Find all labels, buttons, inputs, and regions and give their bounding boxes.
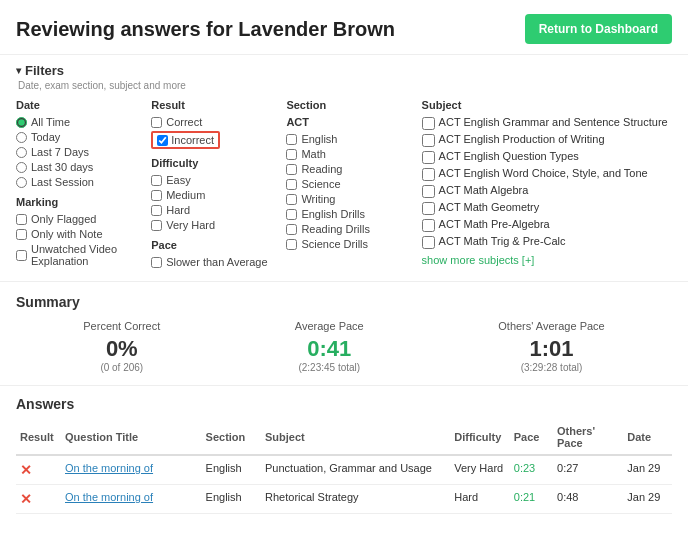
difficulty-cell: Hard: [450, 485, 510, 514]
col-date-header: Date: [623, 420, 672, 455]
filters-section: ▾ Filters Date, exam section, subject an…: [0, 55, 688, 282]
result-filter-col: Result Correct Incorrect Difficulty Easy…: [151, 99, 286, 271]
summary-stats: Percent Correct 0% (0 of 206) Average Pa…: [16, 320, 672, 373]
percent-correct-sub: (0 of 206): [83, 362, 160, 373]
question-title-cell: On the morning of: [61, 485, 202, 514]
result-cell: ✕: [16, 485, 61, 514]
result-filter-label: Result: [151, 99, 276, 111]
subject-math-algebra[interactable]: ACT Math Algebra: [422, 184, 672, 198]
pace-filter-label: Pace: [151, 239, 276, 251]
question-title-link[interactable]: On the morning of: [65, 462, 153, 474]
percent-correct-stat: Percent Correct 0% (0 of 206): [83, 320, 160, 373]
difficulty-filter-label: Difficulty: [151, 157, 276, 169]
average-pace-label: Average Pace: [295, 320, 364, 332]
difficulty-hard[interactable]: Hard: [151, 204, 276, 216]
average-pace-sub: (2:23:45 total): [295, 362, 364, 373]
section-english[interactable]: English: [286, 133, 411, 145]
col-section-header: Section: [202, 420, 261, 455]
answers-section: Answers Result Question Title Section Su…: [0, 386, 688, 524]
subject-filter-label: Subject: [422, 99, 672, 111]
col-pace-header: Pace: [510, 420, 553, 455]
others-pace-sub: (3:29:28 total): [498, 362, 604, 373]
section-reading[interactable]: Reading: [286, 163, 411, 175]
question-title-link[interactable]: On the morning of: [65, 491, 153, 503]
answers-table: Result Question Title Section Subject Di…: [16, 420, 672, 514]
subject-grammar[interactable]: ACT English Grammar and Sentence Structu…: [422, 116, 672, 130]
incorrect-highlighted-box: Incorrect: [151, 131, 220, 149]
col-result-header: Result: [16, 420, 61, 455]
subject-filter-col: Subject ACT English Grammar and Sentence…: [422, 99, 672, 271]
marking-only-flagged[interactable]: Only Flagged: [16, 213, 141, 225]
subject-cell: Rhetorical Strategy: [261, 485, 450, 514]
subject-question-types[interactable]: ACT English Question Types: [422, 150, 672, 164]
average-pace-stat: Average Pace 0:41 (2:23:45 total): [295, 320, 364, 373]
difficulty-veryhard[interactable]: Very Hard: [151, 219, 276, 231]
difficulty-cell: Very Hard: [450, 455, 510, 485]
incorrect-icon: ✕: [20, 491, 32, 507]
subject-math-trig[interactable]: ACT Math Trig & Pre-Calc: [422, 235, 672, 249]
subject-math-geometry[interactable]: ACT Math Geometry: [422, 201, 672, 215]
date-cell: Jan 29: [623, 485, 672, 514]
date-option-lastsession[interactable]: Last Session: [16, 176, 141, 188]
marking-unwatched[interactable]: Unwatched Video Explanation: [16, 243, 141, 267]
summary-section: Summary Percent Correct 0% (0 of 206) Av…: [0, 282, 688, 386]
filters-label: Filters: [25, 63, 64, 78]
pace-slower[interactable]: Slower than Average: [151, 256, 276, 268]
section-filter-label: Section: [286, 99, 411, 111]
average-pace-value: 0:41: [295, 336, 364, 362]
col-question-header: Question Title: [61, 420, 202, 455]
subject-math-prealgebra[interactable]: ACT Math Pre-Algebra: [422, 218, 672, 232]
date-filter-col: Date All Time Today Last 7 Days Last 30 …: [16, 99, 151, 271]
others-pace-value: 1:01: [498, 336, 604, 362]
section-writing[interactable]: Writing: [286, 193, 411, 205]
subject-production[interactable]: ACT English Production of Writing: [422, 133, 672, 147]
table-header-row: Result Question Title Section Subject Di…: [16, 420, 672, 455]
return-to-dashboard-button[interactable]: Return to Dashboard: [525, 14, 672, 44]
difficulty-easy[interactable]: Easy: [151, 174, 276, 186]
table-row: ✕ On the morning of English Rhetorical S…: [16, 485, 672, 514]
section-cell: English: [202, 485, 261, 514]
page-header: Reviewing answers for Lavender Brown Ret…: [0, 0, 688, 55]
section-cell: English: [202, 455, 261, 485]
filters-grid: Date All Time Today Last 7 Days Last 30 …: [16, 99, 672, 271]
others-pace-label: Others' Average Pace: [498, 320, 604, 332]
subject-cell: Punctuation, Grammar and Usage: [261, 455, 450, 485]
section-sublabel: ACT: [286, 116, 411, 128]
section-math[interactable]: Math: [286, 148, 411, 160]
percent-correct-label: Percent Correct: [83, 320, 160, 332]
filters-toggle[interactable]: ▾ Filters: [16, 63, 672, 78]
date-option-alltime[interactable]: All Time: [16, 116, 141, 128]
marking-filter-label: Marking: [16, 196, 141, 208]
summary-title: Summary: [16, 294, 672, 310]
date-filter-label: Date: [16, 99, 141, 111]
others-pace-cell: 0:48: [553, 485, 623, 514]
date-option-last7[interactable]: Last 7 Days: [16, 146, 141, 158]
table-row: ✕ On the morning of English Punctuation,…: [16, 455, 672, 485]
section-filter-col: Section ACT English Math Reading Science…: [286, 99, 421, 271]
col-others-pace-header: Others' Pace: [553, 420, 623, 455]
page-title: Reviewing answers for Lavender Brown: [16, 18, 395, 41]
show-more-subjects-link[interactable]: show more subjects [+]: [422, 254, 535, 266]
answers-title: Answers: [16, 396, 672, 412]
marking-only-note[interactable]: Only with Note: [16, 228, 141, 240]
section-science[interactable]: Science: [286, 178, 411, 190]
pace-cell: 0:21: [510, 485, 553, 514]
col-difficulty-header: Difficulty: [450, 420, 510, 455]
result-correct[interactable]: Correct: [151, 116, 276, 128]
result-incorrect[interactable]: Incorrect: [151, 131, 276, 149]
percent-correct-value: 0%: [83, 336, 160, 362]
filters-arrow-icon: ▾: [16, 65, 21, 76]
others-pace-cell: 0:27: [553, 455, 623, 485]
filters-subtitle: Date, exam section, subject and more: [18, 80, 672, 91]
pace-cell: 0:23: [510, 455, 553, 485]
incorrect-icon: ✕: [20, 462, 32, 478]
date-option-today[interactable]: Today: [16, 131, 141, 143]
col-subject-header: Subject: [261, 420, 450, 455]
subject-word-choice[interactable]: ACT English Word Choice, Style, and Tone: [422, 167, 672, 181]
date-option-last30[interactable]: Last 30 days: [16, 161, 141, 173]
difficulty-medium[interactable]: Medium: [151, 189, 276, 201]
result-cell: ✕: [16, 455, 61, 485]
section-reading-drills[interactable]: Reading Drills: [286, 223, 411, 235]
section-science-drills[interactable]: Science Drills: [286, 238, 411, 250]
section-english-drills[interactable]: English Drills: [286, 208, 411, 220]
